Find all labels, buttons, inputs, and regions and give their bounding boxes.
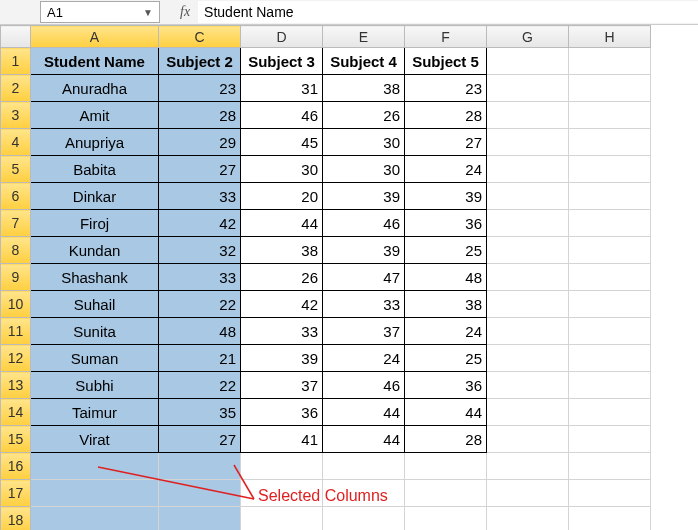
cell[interactable]: 36 — [405, 372, 487, 399]
cell[interactable]: 23 — [159, 75, 241, 102]
chevron-down-icon[interactable]: ▼ — [143, 7, 153, 18]
row-header[interactable]: 6 — [1, 183, 31, 210]
cell[interactable]: 41 — [241, 426, 323, 453]
fx-icon[interactable]: fx — [180, 4, 190, 20]
cell[interactable]: Suhail — [31, 291, 159, 318]
name-box[interactable]: A1 ▼ — [40, 1, 160, 23]
row-header[interactable]: 1 — [1, 48, 31, 75]
cell[interactable]: 44 — [405, 399, 487, 426]
cell[interactable] — [405, 480, 487, 507]
cell[interactable] — [569, 102, 651, 129]
cell[interactable]: 44 — [241, 210, 323, 237]
cell[interactable]: Subject 4 — [323, 48, 405, 75]
row-header[interactable]: 17 — [1, 480, 31, 507]
select-all-corner[interactable] — [1, 26, 31, 48]
row-header[interactable]: 9 — [1, 264, 31, 291]
cell[interactable]: 23 — [405, 75, 487, 102]
cell[interactable]: Anupriya — [31, 129, 159, 156]
cell[interactable]: Anuradha — [31, 75, 159, 102]
cell[interactable]: 37 — [323, 318, 405, 345]
cell[interactable] — [405, 453, 487, 480]
cell[interactable]: 24 — [405, 156, 487, 183]
cell[interactable]: Babita — [31, 156, 159, 183]
cell[interactable]: 26 — [323, 102, 405, 129]
cell[interactable] — [569, 372, 651, 399]
cell[interactable] — [569, 156, 651, 183]
cell[interactable]: Kundan — [31, 237, 159, 264]
cell[interactable]: Subject 3 — [241, 48, 323, 75]
cell[interactable] — [487, 345, 569, 372]
row-header[interactable]: 7 — [1, 210, 31, 237]
row-header[interactable]: 14 — [1, 399, 31, 426]
cell[interactable]: 37 — [241, 372, 323, 399]
cell[interactable] — [487, 318, 569, 345]
cell[interactable]: 46 — [241, 102, 323, 129]
cell[interactable]: Subhi — [31, 372, 159, 399]
cell[interactable] — [487, 507, 569, 531]
cell[interactable]: Subject 5 — [405, 48, 487, 75]
row-header[interactable]: 12 — [1, 345, 31, 372]
cell[interactable] — [487, 102, 569, 129]
col-header-c[interactable]: C — [159, 26, 241, 48]
col-header-g[interactable]: G — [487, 26, 569, 48]
row-header[interactable]: 2 — [1, 75, 31, 102]
row-header[interactable]: 16 — [1, 453, 31, 480]
cell[interactable] — [487, 426, 569, 453]
row-header[interactable]: 11 — [1, 318, 31, 345]
cell[interactable]: 39 — [323, 183, 405, 210]
cell[interactable] — [569, 210, 651, 237]
cell[interactable] — [159, 453, 241, 480]
cell[interactable] — [241, 453, 323, 480]
cell[interactable] — [487, 129, 569, 156]
cell[interactable]: 44 — [323, 426, 405, 453]
cell[interactable] — [569, 507, 651, 531]
cell[interactable] — [487, 399, 569, 426]
cell[interactable] — [487, 75, 569, 102]
cell[interactable]: 25 — [405, 345, 487, 372]
cell[interactable]: 28 — [405, 102, 487, 129]
cell[interactable]: Amit — [31, 102, 159, 129]
cell[interactable] — [31, 453, 159, 480]
col-header-a[interactable]: A — [31, 26, 159, 48]
cell[interactable] — [569, 453, 651, 480]
cell[interactable]: 30 — [323, 129, 405, 156]
cell[interactable] — [569, 291, 651, 318]
cell[interactable]: 48 — [405, 264, 487, 291]
cell[interactable] — [241, 507, 323, 531]
cell[interactable]: 46 — [323, 210, 405, 237]
cell[interactable]: 33 — [159, 183, 241, 210]
cell[interactable]: 30 — [241, 156, 323, 183]
cell[interactable]: 33 — [323, 291, 405, 318]
cell[interactable]: 27 — [159, 426, 241, 453]
cell[interactable]: 24 — [405, 318, 487, 345]
cell[interactable] — [569, 264, 651, 291]
cell[interactable]: 21 — [159, 345, 241, 372]
col-header-f[interactable]: F — [405, 26, 487, 48]
row-header[interactable]: 10 — [1, 291, 31, 318]
cell[interactable] — [569, 426, 651, 453]
cell[interactable]: 45 — [241, 129, 323, 156]
cell[interactable]: 42 — [241, 291, 323, 318]
cell[interactable]: 44 — [323, 399, 405, 426]
cell[interactable]: 38 — [405, 291, 487, 318]
cell[interactable]: 28 — [405, 426, 487, 453]
cell[interactable]: Firoj — [31, 210, 159, 237]
cell[interactable] — [241, 480, 323, 507]
cell[interactable]: 38 — [241, 237, 323, 264]
cell[interactable] — [159, 507, 241, 531]
cell[interactable]: 35 — [159, 399, 241, 426]
cell[interactable] — [487, 372, 569, 399]
cell[interactable]: 30 — [323, 156, 405, 183]
cell[interactable]: 33 — [159, 264, 241, 291]
cell[interactable]: 38 — [323, 75, 405, 102]
cell[interactable] — [487, 453, 569, 480]
cell[interactable]: 39 — [241, 345, 323, 372]
cell[interactable] — [487, 291, 569, 318]
worksheet[interactable]: A C D E F G H 1 Student Name Subject 2 S… — [0, 25, 698, 530]
cell[interactable] — [487, 237, 569, 264]
cell[interactable] — [569, 237, 651, 264]
row-header[interactable]: 18 — [1, 507, 31, 531]
cell[interactable]: 48 — [159, 318, 241, 345]
row-header[interactable]: 13 — [1, 372, 31, 399]
cell[interactable] — [569, 75, 651, 102]
